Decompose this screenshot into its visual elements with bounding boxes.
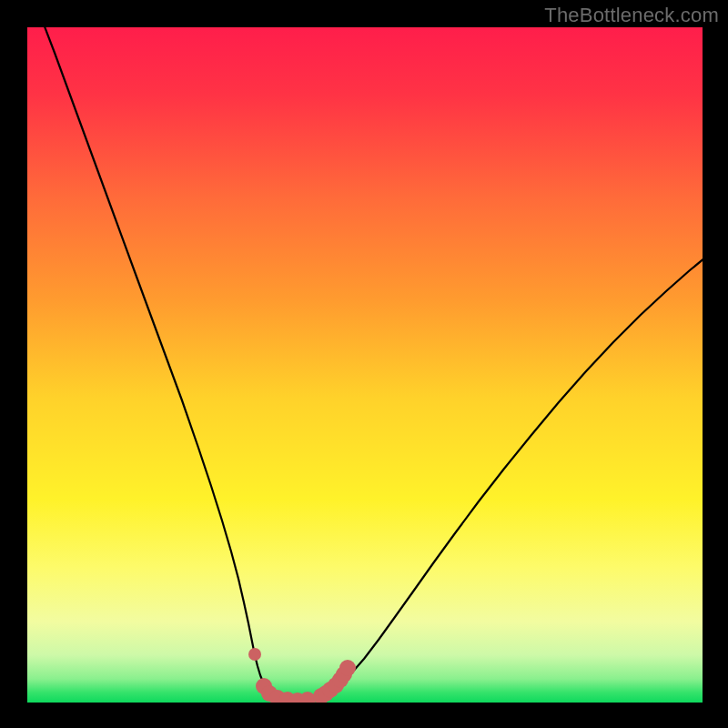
gradient-background	[27, 27, 703, 703]
bottleneck-chart	[0, 0, 728, 728]
marker-dot	[248, 648, 261, 661]
marker-dot	[339, 660, 356, 676]
watermark-text: TheBottleneck.com	[544, 4, 719, 27]
chart-frame: TheBottleneck.com	[0, 0, 728, 728]
